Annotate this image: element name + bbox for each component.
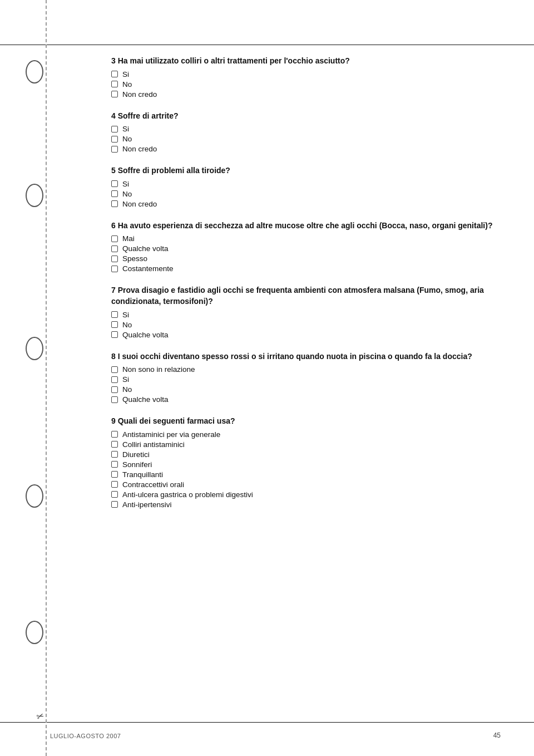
content-area: 3 Ha mai utilizzato colliri o altri trat… [111, 56, 501, 711]
q9-label-5: Contraccettivi orali [122, 480, 184, 489]
checkbox-q3-si[interactable] [111, 71, 118, 77]
checkbox-q9-7[interactable] [111, 501, 118, 508]
q8-label-si: Si [122, 375, 129, 384]
checkbox-q5-si[interactable] [111, 180, 118, 187]
page-border-bottom [0, 722, 534, 723]
checkbox-q3-noncredo[interactable] [111, 91, 118, 97]
page-border-top [0, 45, 534, 45]
q9-label-0: Antistaminici per via generale [122, 430, 220, 439]
q9-label-6: Anti-ulcera gastrica o problemi digestiv… [122, 490, 253, 499]
q9-option-7: Anti-ipertensivi [111, 500, 501, 509]
q7-option-si: Si [111, 311, 501, 319]
q6-label-spesso: Spesso [122, 254, 147, 263]
q6-option-costantemente: Costantemente [111, 264, 501, 273]
checkbox-q9-3[interactable] [111, 461, 118, 468]
q8-option-si: Si [111, 375, 501, 384]
q6-label-qualche: Qualche volta [122, 244, 169, 253]
checkbox-q9-1[interactable] [111, 441, 118, 448]
checkbox-q8-nsr[interactable] [111, 366, 118, 373]
checkbox-q7-no[interactable] [111, 321, 118, 328]
q6-option-spesso: Spesso [111, 254, 501, 263]
question-9-title: 9 Quali dei seguenti farmaci usa? [111, 416, 501, 427]
question-3: 3 Ha mai utilizzato colliri o altri trat… [111, 56, 501, 99]
q4-label-no: No [122, 135, 132, 143]
footer-left: LUGLIO-AGOSTO 2007 [50, 733, 121, 739]
checkbox-q7-qualche[interactable] [111, 331, 118, 338]
q5-option-no: No [111, 190, 501, 198]
q5-label-noncredo: Non credo [122, 200, 157, 208]
checkbox-q9-6[interactable] [111, 491, 118, 498]
q8-label-no: No [122, 385, 132, 394]
checkbox-q8-si[interactable] [111, 376, 118, 383]
q6-label-costantemente: Costantemente [122, 264, 174, 273]
q8-label-qualche: Qualche volta [122, 395, 169, 404]
checkbox-q4-no[interactable] [111, 136, 118, 143]
q4-label-si: Si [122, 125, 129, 133]
checkbox-q8-no[interactable] [111, 386, 118, 393]
q3-label-noncredo: Non credo [122, 90, 157, 99]
checkbox-q9-4[interactable] [111, 471, 118, 478]
q9-option-2: Diuretici [111, 450, 501, 459]
q4-option-no: No [111, 135, 501, 143]
q9-option-6: Anti-ulcera gastrica o problemi digestiv… [111, 490, 501, 499]
footer-right: 45 [493, 732, 501, 739]
scissors-icon: ✂ [35, 710, 46, 722]
q3-option-si: Si [111, 70, 501, 78]
q9-option-4: Tranquillanti [111, 470, 501, 479]
q6-label-mai: Mai [122, 234, 135, 243]
checkbox-q5-noncredo[interactable] [111, 200, 118, 207]
q4-option-noncredo: Non credo [111, 145, 501, 153]
question-6: 6 Ha avuto esperienza di secchezza ad al… [111, 220, 501, 273]
q9-option-5: Contraccettivi orali [111, 480, 501, 489]
q7-label-no: No [122, 321, 132, 329]
q3-label-si: Si [122, 70, 129, 78]
q9-label-7: Anti-ipertensivi [122, 500, 172, 509]
checkbox-q5-no[interactable] [111, 190, 118, 197]
checkbox-q6-spesso[interactable] [111, 256, 118, 262]
q4-option-si: Si [111, 125, 501, 133]
q9-option-3: Sonniferi [111, 460, 501, 469]
oval-marker-3 [26, 337, 43, 360]
checkbox-q8-qualche[interactable] [111, 396, 118, 403]
q8-option-nsr: Non sono in relazione [111, 365, 501, 374]
oval-marker-2 [26, 184, 43, 207]
checkbox-q4-si[interactable] [111, 126, 118, 132]
checkbox-q6-mai[interactable] [111, 235, 118, 242]
q6-option-qualche: Qualche volta [111, 244, 501, 253]
q5-label-no: No [122, 190, 132, 198]
q8-option-qualche: Qualche volta [111, 395, 501, 404]
dashed-left-border [46, 0, 47, 756]
q8-option-no: No [111, 385, 501, 394]
q7-option-no: No [111, 321, 501, 329]
q7-option-qualche: Qualche volta [111, 331, 501, 339]
q4-label-noncredo: Non credo [122, 145, 157, 153]
checkbox-q4-noncredo[interactable] [111, 146, 118, 153]
q5-option-si: Si [111, 180, 501, 188]
checkbox-q7-si[interactable] [111, 311, 118, 318]
q9-label-1: Colliri antistaminici [122, 440, 185, 449]
question-8: 8 I suoi occhi diventano spesso rossi o … [111, 351, 501, 404]
q3-label-no: No [122, 80, 132, 89]
oval-marker-5 [26, 621, 43, 644]
checkbox-q6-qualche[interactable] [111, 246, 118, 252]
checkbox-q6-costantemente[interactable] [111, 266, 118, 272]
oval-marker-1 [26, 60, 43, 84]
q3-option-noncredo: Non credo [111, 90, 501, 99]
checkbox-q9-5[interactable] [111, 481, 118, 488]
q6-option-mai: Mai [111, 234, 501, 243]
q8-label-nsr: Non sono in relazione [122, 365, 195, 374]
question-4: 4 Soffre di artrite? Si No Non credo [111, 111, 501, 154]
q9-option-1: Colliri antistaminici [111, 440, 501, 449]
checkbox-q9-0[interactable] [111, 431, 118, 438]
q7-label-qualche: Qualche volta [122, 331, 169, 339]
checkbox-q9-2[interactable] [111, 451, 118, 458]
checkbox-q3-no[interactable] [111, 81, 118, 87]
q3-option-no: No [111, 80, 501, 89]
question-7-title: 7 Prova disagio e fastidio agli occhi se… [111, 285, 501, 307]
question-7: 7 Prova disagio e fastidio agli occhi se… [111, 285, 501, 338]
oval-marker-4 [26, 484, 43, 508]
question-3-title: 3 Ha mai utilizzato colliri o altri trat… [111, 56, 501, 67]
q9-label-4: Tranquillanti [122, 470, 163, 479]
question-4-title: 4 Soffre di artrite? [111, 111, 501, 122]
q5-option-noncredo: Non credo [111, 200, 501, 208]
